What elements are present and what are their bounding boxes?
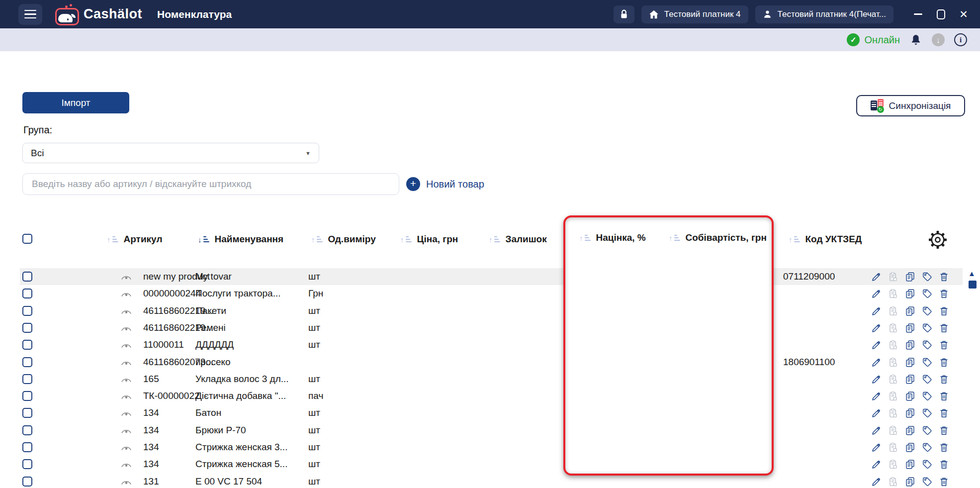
tag-icon[interactable] bbox=[922, 459, 932, 470]
eye-icon[interactable] bbox=[121, 393, 132, 401]
column-header-cost[interactable]: ↑ Собівартість, грн bbox=[669, 232, 767, 243]
trash-icon[interactable] bbox=[939, 340, 949, 350]
eye-icon[interactable] bbox=[121, 410, 132, 418]
tag-icon[interactable] bbox=[922, 374, 932, 385]
column-header-name[interactable]: ↓ Найменування bbox=[198, 232, 283, 247]
table-row[interactable]: ТК-00000022 Дієтична добавка "... пач bbox=[20, 388, 963, 404]
user-button[interactable]: Тестовий платник 4(Печат... bbox=[755, 5, 893, 23]
eye-icon[interactable] bbox=[121, 461, 132, 469]
column-header-stock[interactable]: ↑ Залишок bbox=[489, 232, 547, 247]
tag-icon[interactable] bbox=[922, 340, 932, 350]
column-header-markup[interactable]: ↑ Націнка, % bbox=[579, 232, 646, 243]
new-product-button[interactable]: + Новий товар bbox=[406, 175, 484, 193]
eye-icon[interactable] bbox=[121, 308, 132, 316]
copy-icon[interactable] bbox=[905, 408, 915, 418]
info-button[interactable]: i bbox=[954, 33, 967, 46]
table-row[interactable]: 134 Стрижка женская 3... шт bbox=[20, 439, 963, 456]
column-header-price[interactable]: ↑ Ціна, грн bbox=[400, 232, 458, 247]
payer-button[interactable]: Тестовий платник 4 bbox=[641, 5, 748, 23]
edit-icon[interactable] bbox=[871, 306, 882, 316]
minimize-button[interactable] bbox=[909, 6, 926, 23]
tag-icon[interactable] bbox=[922, 272, 932, 282]
copy-icon[interactable] bbox=[905, 374, 915, 385]
eye-icon[interactable] bbox=[121, 444, 132, 452]
import-button[interactable]: Імпорт bbox=[22, 92, 129, 113]
tag-icon[interactable] bbox=[922, 408, 932, 418]
edit-icon[interactable] bbox=[871, 459, 882, 470]
menu-button[interactable] bbox=[18, 4, 42, 25]
table-row[interactable]: 11000011 ДДДДДД шт bbox=[20, 336, 963, 353]
trash-icon[interactable] bbox=[939, 289, 949, 299]
row-checkbox[interactable] bbox=[22, 306, 32, 316]
edit-icon[interactable] bbox=[871, 357, 882, 368]
trash-icon[interactable] bbox=[939, 272, 949, 282]
row-checkbox[interactable] bbox=[22, 459, 32, 469]
trash-icon[interactable] bbox=[939, 459, 949, 470]
table-row[interactable]: 131 Е 00 VC 17 504 шт bbox=[20, 473, 963, 488]
copy-icon[interactable] bbox=[905, 425, 915, 436]
row-checkbox[interactable] bbox=[22, 357, 32, 367]
copy-icon[interactable] bbox=[905, 323, 915, 333]
eye-icon[interactable] bbox=[121, 274, 132, 282]
sync-button[interactable]: ↻ Синхронізація bbox=[856, 95, 965, 116]
table-settings-button[interactable] bbox=[928, 230, 948, 250]
row-checkbox[interactable] bbox=[22, 289, 32, 298]
edit-icon[interactable] bbox=[871, 391, 882, 401]
scroll-up-button[interactable]: ▲ bbox=[968, 270, 976, 277]
trash-icon[interactable] bbox=[939, 306, 949, 316]
eye-icon[interactable] bbox=[121, 479, 132, 487]
copy-icon[interactable] bbox=[905, 391, 915, 401]
scrollbar-thumb[interactable] bbox=[969, 281, 977, 289]
trash-icon[interactable] bbox=[939, 477, 949, 487]
trash-icon[interactable] bbox=[939, 357, 949, 368]
row-checkbox[interactable] bbox=[22, 442, 32, 452]
column-header-uktzed[interactable]: ↑ Код УКТЗЕД bbox=[789, 232, 862, 247]
tag-icon[interactable] bbox=[922, 357, 932, 368]
row-checkbox[interactable] bbox=[22, 391, 32, 401]
tag-icon[interactable] bbox=[922, 391, 932, 401]
eye-icon[interactable] bbox=[121, 291, 132, 298]
row-checkbox[interactable] bbox=[22, 425, 32, 435]
select-all-checkbox[interactable] bbox=[22, 234, 32, 244]
table-row[interactable]: 134 Брюки Р-70 шт bbox=[20, 422, 963, 439]
trash-icon[interactable] bbox=[939, 425, 949, 436]
maximize-button[interactable] bbox=[932, 6, 949, 23]
table-row[interactable]: 134 Батон шт bbox=[20, 404, 963, 421]
row-checkbox[interactable] bbox=[22, 374, 32, 384]
tag-icon[interactable] bbox=[922, 442, 932, 453]
table-row[interactable]: 461168602073... просеко 1806901100 bbox=[20, 354, 963, 371]
group-select[interactable]: Всі ▼ bbox=[22, 143, 319, 163]
eye-icon[interactable] bbox=[121, 342, 132, 350]
copy-icon[interactable] bbox=[905, 459, 915, 470]
copy-icon[interactable] bbox=[905, 340, 915, 350]
table-row[interactable]: 134 Стрижка женская 5... шт bbox=[20, 456, 963, 473]
edit-icon[interactable] bbox=[871, 442, 882, 453]
edit-icon[interactable] bbox=[871, 323, 882, 333]
tag-icon[interactable] bbox=[922, 477, 932, 487]
table-row[interactable]: 165 Укладка волос 3 дл... шт bbox=[20, 371, 963, 388]
row-checkbox[interactable] bbox=[22, 340, 32, 350]
tag-icon[interactable] bbox=[922, 306, 932, 316]
notifications-button[interactable] bbox=[909, 33, 922, 46]
eye-icon[interactable] bbox=[121, 427, 132, 435]
trash-icon[interactable] bbox=[939, 442, 949, 453]
edit-icon[interactable] bbox=[871, 477, 882, 487]
tag-icon[interactable] bbox=[922, 425, 932, 436]
edit-icon[interactable] bbox=[871, 374, 882, 385]
edit-icon[interactable] bbox=[871, 289, 882, 299]
copy-icon[interactable] bbox=[905, 357, 915, 368]
row-checkbox[interactable] bbox=[22, 408, 32, 418]
edit-icon[interactable] bbox=[871, 408, 882, 418]
update-button[interactable]: ↓ bbox=[932, 33, 945, 46]
tag-icon[interactable] bbox=[922, 323, 932, 333]
row-checkbox[interactable] bbox=[22, 477, 32, 487]
trash-icon[interactable] bbox=[939, 374, 949, 385]
copy-icon[interactable] bbox=[905, 272, 915, 282]
copy-icon[interactable] bbox=[905, 289, 915, 299]
trash-icon[interactable] bbox=[939, 391, 949, 401]
row-checkbox[interactable] bbox=[22, 272, 32, 282]
table-row[interactable]: new my product My tovar шт 0711209000 bbox=[20, 268, 963, 285]
column-header-unit[interactable]: ↑ Од.виміру bbox=[311, 232, 376, 247]
edit-icon[interactable] bbox=[871, 340, 882, 350]
lock-button[interactable] bbox=[614, 5, 634, 23]
